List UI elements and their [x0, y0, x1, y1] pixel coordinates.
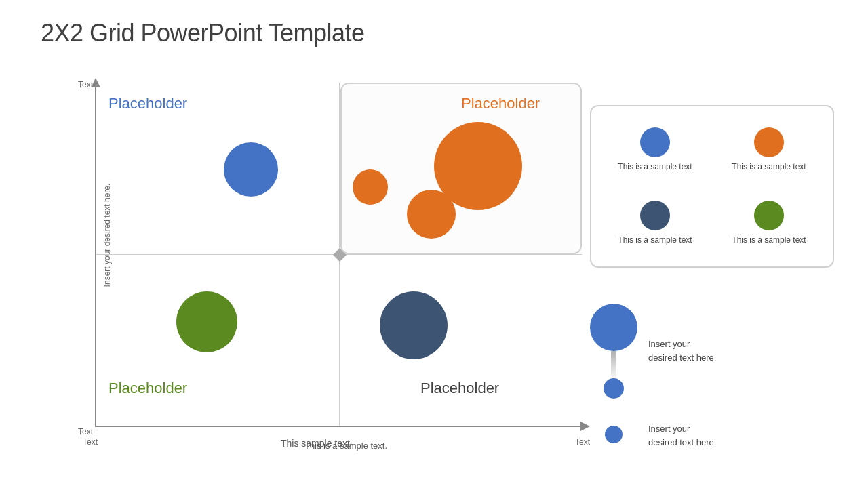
bottom-bubble-large-1 [590, 304, 637, 351]
legend-text-4: This is a sample text [732, 235, 806, 246]
chart-container: Insert your desired text here. Text Text… [41, 75, 597, 454]
legend-cell-orange: This is a sample text [712, 113, 826, 186]
legend-cell-green: This is a sample text [712, 186, 826, 260]
y-bottom-label: Text [78, 427, 93, 436]
page-title: 2X2 Grid PowerPoint Template [41, 19, 365, 47]
bottom-text-2: Insert yourdesired text here. [648, 422, 716, 449]
legend-text-3: This is a sample text [618, 235, 692, 246]
bubble-orange-medium [407, 190, 456, 239]
legend-text-1: This is a sample text [618, 161, 692, 173]
x-right-label: Text [575, 437, 590, 447]
bottom-bubble-small-1 [604, 378, 624, 399]
bubble-orange-small [353, 169, 388, 205]
bubble-green-bottom-left [176, 291, 237, 352]
bottom-panel: Insert your desired text here. Insert yo… [590, 291, 834, 461]
bottom-item-2: Insert yourdesired text here. [590, 422, 834, 449]
legend-circle-orange [754, 127, 784, 157]
label-top-left: Placeholder [108, 95, 187, 113]
x-axis-arrow [580, 422, 590, 431]
label-bottom-left: Placeholder [108, 380, 187, 397]
bubble-blue-top-left [224, 142, 278, 197]
x-axis [95, 426, 583, 427]
y-top-label: Text [78, 80, 93, 89]
legend-cell-dark: This is a sample text [598, 186, 712, 260]
legend-cell-blue: This is a sample text [598, 113, 712, 186]
label-top-right: Placeholder [461, 95, 540, 113]
bottom-bubble-wrapper-1 [590, 304, 637, 399]
legend-circle-blue [640, 127, 670, 157]
x-left-label: Text [83, 437, 98, 447]
bottom-item-1: Insert your desired text here. [590, 304, 834, 399]
legend-box: This is a sample text This is a sample t… [590, 105, 834, 268]
legend-text-2: This is a sample text [732, 161, 806, 173]
bubble-dark-bottom-right [380, 291, 448, 359]
bottom-connector-1 [611, 351, 616, 378]
y-axis-label: Insert your desired text here. [102, 181, 112, 289]
bottom-bubble-wrapper-2 [590, 426, 637, 446]
footer-sample-text: This sample text [281, 438, 350, 449]
bottom-text-1: Insert your desired text here. [648, 338, 716, 364]
legend-circle-dark [640, 201, 670, 230]
label-bottom-right: Placeholder [420, 380, 499, 397]
legend-circle-green [754, 201, 784, 230]
